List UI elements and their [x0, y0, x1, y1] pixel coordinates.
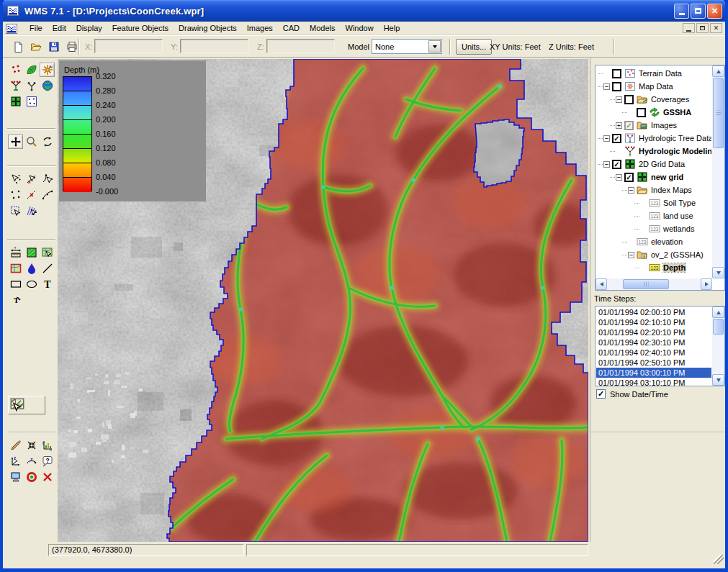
- select-multi-button[interactable]: [24, 204, 39, 218]
- tree-item-terrain-data[interactable]: Terrain Data: [596, 67, 711, 80]
- units-button[interactable]: Units...: [456, 39, 492, 55]
- collapse-icon[interactable]: −: [603, 83, 610, 90]
- new-file-button[interactable]: [10, 39, 26, 55]
- tree-horizontal-scrollbar[interactable]: [596, 278, 712, 290]
- expand-icon[interactable]: +: [616, 122, 622, 129]
- rotate-tool-button[interactable]: [40, 135, 55, 149]
- show-datetime-checkbox[interactable]: ✓: [596, 389, 606, 399]
- delete-tool-button[interactable]: [40, 470, 55, 484]
- tree-scrollbar-thumb[interactable]: [713, 78, 724, 148]
- zoom-tool-button[interactable]: [24, 135, 39, 149]
- tree-scroll-up-button[interactable]: [712, 65, 724, 77]
- select-arc-button[interactable]: [40, 188, 55, 202]
- tree-checkbox-unchecked[interactable]: [612, 69, 621, 78]
- tree-checkbox-checked[interactable]: ✓: [612, 160, 621, 169]
- plot-tool-button[interactable]: yx: [40, 438, 55, 453]
- tree-checkbox-checked[interactable]: ✓: [612, 134, 621, 143]
- tree-checkbox-unchecked[interactable]: [624, 95, 634, 104]
- collapse-icon[interactable]: −: [628, 252, 634, 258]
- save-file-button[interactable]: [46, 39, 62, 55]
- tree-item-gssha[interactable]: GSSHA: [596, 106, 711, 119]
- select-outlet-button[interactable]: [40, 172, 55, 186]
- map-module-button[interactable]: N: [40, 63, 55, 77]
- refresh-tool-button[interactable]: [8, 438, 23, 453]
- tree-checkbox-gray[interactable]: ✓: [624, 121, 634, 130]
- z-coord-field[interactable]: [266, 39, 335, 53]
- menu-edit[interactable]: Edit: [48, 22, 71, 34]
- tree-item-coverages[interactable]: −Coverages: [596, 93, 711, 106]
- tree-scroll-down-button[interactable]: [712, 267, 724, 278]
- menu-display[interactable]: Display: [71, 22, 107, 34]
- map-view[interactable]: Depth (m) 0.3200.2800.2400.2000.1600.120…: [58, 59, 588, 542]
- tree-item-hydrologic-tree-data[interactable]: −✓Hydrologic Tree Data: [596, 132, 711, 145]
- select-map-button[interactable]: [40, 245, 55, 260]
- tree-item-ov-2-gssha-[interactable]: −sov_2 (GSSHA): [596, 248, 711, 261]
- collapse-icon[interactable]: −: [616, 174, 622, 181]
- map-frame-button[interactable]: [8, 261, 23, 276]
- time-step-item[interactable]: 01/01/1994 02:20:10 PM: [596, 327, 711, 337]
- display-options-tool-button[interactable]: [8, 470, 23, 484]
- window-resize-grip[interactable]: [714, 555, 724, 564]
- collapse-icon[interactable]: −: [616, 96, 622, 103]
- select-segment-button[interactable]: [24, 188, 39, 202]
- tree-checkbox-unchecked[interactable]: [612, 82, 621, 91]
- time-step-item[interactable]: 01/01/1994 02:50:10 PM: [596, 358, 711, 368]
- mdi-minimize-button[interactable]: [683, 23, 695, 33]
- draw-text-button[interactable]: T: [40, 277, 55, 291]
- pan-tool-button[interactable]: [8, 135, 23, 149]
- close-button[interactable]: ✕: [707, 4, 722, 19]
- tree-item-soil-type[interactable]: 123Soil Type: [596, 196, 711, 209]
- tree-item-land-use[interactable]: 123land use: [596, 209, 711, 222]
- menu-feature-objects[interactable]: Feature Objects: [107, 22, 174, 34]
- menu-models[interactable]: Models: [305, 22, 340, 34]
- gis-module-button[interactable]: [40, 78, 55, 93]
- time-step-item[interactable]: 01/01/1994 02:00:10 PM: [596, 307, 711, 317]
- create-line-button[interactable]: [40, 261, 55, 276]
- timesteps-scroll-down-button[interactable]: [712, 374, 724, 386]
- tree-item-images[interactable]: +✓Images: [596, 119, 711, 132]
- y-coord-field[interactable]: [180, 39, 248, 53]
- mdi-restore-button[interactable]: [696, 23, 709, 33]
- time-step-item[interactable]: 01/01/1994 02:40:10 PM: [596, 348, 711, 358]
- tree-item-2d-grid-data[interactable]: −✓2D Grid Data: [596, 158, 711, 171]
- time-step-item[interactable]: 01/01/1994 03:10:10 PM: [596, 378, 711, 386]
- drainage-module-button[interactable]: [24, 63, 39, 77]
- print-button[interactable]: [64, 39, 80, 55]
- tree-hscrollbar-thumb[interactable]: [623, 279, 669, 289]
- grid-cell-select-button[interactable]: [8, 396, 45, 414]
- minimize-button[interactable]: [674, 4, 689, 19]
- select-vertex-button[interactable]: [8, 172, 23, 186]
- create-coverage-button[interactable]: [24, 245, 39, 260]
- project-tree[interactable]: Terrain Data−Map Data−CoveragesGSSHA+✓Im…: [595, 65, 725, 291]
- topologic-tree-module-button[interactable]: [24, 78, 39, 93]
- abort-tool-button[interactable]: [24, 470, 39, 484]
- open-file-button[interactable]: [28, 39, 44, 55]
- menu-cad[interactable]: CAD: [278, 22, 305, 34]
- menu-help[interactable]: Help: [379, 22, 405, 34]
- time-step-item[interactable]: 01/01/1994 02:30:10 PM: [596, 337, 711, 348]
- hydro-tree-module-button[interactable]: [8, 78, 23, 93]
- select-edge-button[interactable]: [24, 172, 39, 186]
- tree-item-depth[interactable]: 123Depth: [596, 261, 711, 274]
- tree-scroll-left-button[interactable]: [596, 278, 607, 290]
- rotate-view-tool-button[interactable]: z: [24, 454, 39, 468]
- menu-drawing-objects[interactable]: Drawing Objects: [174, 22, 242, 34]
- measure-tool-button[interactable]: ?: [8, 245, 23, 260]
- tree-item-elevation[interactable]: 123elevation: [596, 235, 711, 248]
- timesteps-vertical-scrollbar[interactable]: [712, 307, 724, 386]
- model-dropdown-button[interactable]: [428, 40, 441, 53]
- menu-images[interactable]: Images: [242, 22, 278, 34]
- draw-rectangle-button[interactable]: [8, 277, 23, 291]
- grid-module-button[interactable]: [8, 94, 23, 109]
- time-step-item[interactable]: 01/01/1994 03:00:10 PM: [596, 368, 711, 378]
- tree-item-hydrologic-modelin[interactable]: Hydrologic Modelin: [596, 145, 711, 158]
- tree-item-wetlands[interactable]: 123wetlands: [596, 222, 711, 235]
- frame-tool-button[interactable]: [24, 438, 39, 453]
- drop-tool-button[interactable]: [24, 261, 39, 276]
- tree-scroll-right-button[interactable]: [701, 278, 712, 290]
- restore-button[interactable]: [691, 4, 706, 19]
- collapse-icon[interactable]: −: [603, 135, 610, 142]
- tree-item-index-maps[interactable]: −Index Maps: [596, 183, 711, 196]
- menu-file[interactable]: File: [24, 22, 48, 34]
- menu-window[interactable]: Window: [341, 22, 379, 34]
